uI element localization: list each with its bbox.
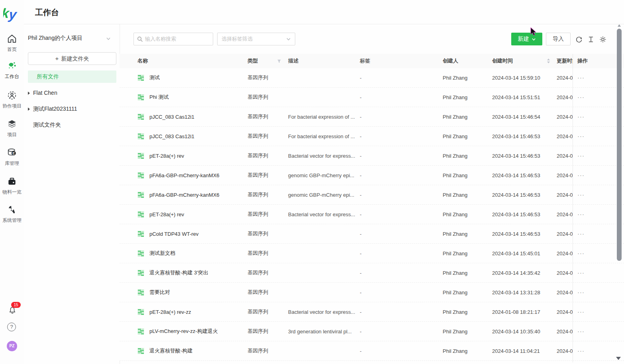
user-avatar[interactable]: PZ [7, 341, 17, 351]
more-actions-button[interactable]: ··· [577, 310, 585, 314]
more-actions-button[interactable]: ··· [577, 232, 585, 236]
file-type: 基因序列 [247, 224, 268, 243]
file-creator: Phil Zhang [443, 88, 467, 107]
file-name[interactable]: pFA6a-GBP-mCherry-kanMX6 [149, 166, 220, 185]
scrollbar-thumb[interactable] [617, 29, 622, 261]
sidebar-item-system[interactable]: 系统管理 [0, 204, 24, 224]
scrollbar-down-arrow[interactable] [616, 357, 621, 360]
project-selector[interactable]: Phil Zhang的个人项目 [28, 35, 116, 43]
more-actions-button[interactable]: ··· [577, 349, 585, 353]
table-row[interactable]: pJCC_083 Cas12i1 基因序列 For bacterial expr… [120, 107, 624, 127]
header-tags[interactable]: 标签 [360, 54, 370, 68]
more-actions-button[interactable]: ··· [577, 115, 585, 119]
more-actions-button[interactable]: ··· [577, 154, 585, 158]
library-icon: E [7, 147, 17, 158]
sequence-file-icon [137, 146, 144, 165]
tag-filter-select[interactable]: 选择标签筛选 [217, 33, 295, 45]
table-row[interactable]: pET-28a(+) rev-zz 基因序列 Bacterial vector … [120, 302, 624, 322]
table-row[interactable]: pET-28a(+) rev 基因序列 Bacterial vector for… [120, 205, 624, 224]
column-settings-icon[interactable] [587, 35, 595, 43]
expand-arrow-icon[interactable] [28, 108, 30, 111]
file-name[interactable]: 测试新文档 [149, 244, 175, 263]
header-description[interactable]: 描述 [288, 54, 357, 68]
sidebar-item-collab-projects[interactable]: 协作项目 [0, 90, 24, 110]
more-actions-button[interactable]: ··· [577, 134, 585, 138]
more-actions-button[interactable]: ··· [577, 193, 585, 197]
file-updated-time: 2024-03 [557, 205, 573, 224]
file-description [288, 244, 357, 263]
folder-label: 测试文件夹 [33, 121, 61, 128]
header-updated[interactable]: 更新时间 [557, 54, 573, 68]
created-sort-icon[interactable] [547, 54, 550, 68]
app-logo[interactable]: k y [3, 5, 22, 22]
sidebar-item-library[interactable]: E 库管理 [0, 147, 24, 167]
import-button[interactable]: 导入 [546, 33, 571, 45]
type-filter-icon[interactable] [277, 54, 282, 68]
table-row[interactable]: pLV-mCherry-rev-zz-构建退火 基因序列 3rd generat… [120, 322, 624, 341]
all-files-item[interactable]: 所有文件 [28, 70, 116, 83]
more-actions-button[interactable]: ··· [577, 173, 585, 177]
file-name[interactable]: pET-28a(+) rev [149, 205, 184, 224]
help-icon[interactable]: ? [7, 323, 16, 331]
more-actions-button[interactable]: ··· [577, 76, 585, 80]
table-row[interactable]: pCold TDP43 WT-rev 基因序列 - Phil Zhang 202… [120, 224, 624, 244]
file-name[interactable]: pLV-mCherry-rev-zz-构建退火 [149, 322, 218, 341]
table-row[interactable]: pET-28a(+) rev 基因序列 Bacterial vector for… [120, 146, 624, 166]
expand-arrow-icon[interactable] [28, 92, 30, 95]
new-folder-button[interactable]: +新建文件夹 [28, 52, 116, 65]
more-actions-button[interactable]: ··· [577, 251, 585, 255]
more-actions-button[interactable]: ··· [577, 271, 585, 275]
files-table: 名称 类型 描述 标签 创建人 创建时间 更新时间 操作 [120, 54, 624, 361]
file-name[interactable]: pET-28a(+) rev-zz [149, 302, 191, 321]
table-row[interactable]: pJCC_083 Cas12i1 基因序列 For bacterial expr… [120, 127, 624, 146]
file-name[interactable]: pET-28a(+) rev [149, 146, 184, 165]
file-updated-time: 2024-03 [557, 283, 573, 302]
file-name[interactable]: pJCC_083 Cas12i1 [149, 127, 194, 146]
folder-item-flat-chen[interactable]: Flat Chen [28, 90, 116, 98]
project-panel: Phil Zhang的个人项目 +新建文件夹 所有文件 Flat Chen 测试… [24, 24, 120, 364]
new-button-label: 新建 [518, 35, 529, 43]
table-row[interactable]: 测试新文档 基因序列 - Phil Zhang 2024-03-14 15:45… [120, 244, 624, 263]
more-actions-button[interactable]: ··· [577, 95, 585, 99]
sequence-file-icon [137, 166, 144, 185]
table-row[interactable]: 退火寡核苷酸-构建 基因序列 - Phil Zhang 2024-03-14 1… [120, 341, 624, 361]
more-actions-button[interactable]: ··· [577, 329, 585, 333]
sidebar-item-workbench[interactable]: 工作台 [0, 61, 24, 80]
file-name[interactable]: Phi 测试 [149, 88, 169, 107]
sidebar-item-materials[interactable]: 物料一览 [0, 176, 24, 196]
header-created[interactable]: 创建时间 [492, 54, 513, 68]
table-row[interactable]: pFA6a-GBP-mCherry-kanMX6 基因序列 genomic GB… [120, 166, 624, 185]
more-actions-button[interactable]: ··· [577, 212, 585, 216]
table-row[interactable]: Phi 测试 基因序列 - Phil Zhang 2024-03-14 15:5… [120, 88, 624, 107]
file-name[interactable]: 需要比对 [149, 283, 170, 302]
table-row[interactable]: 需要比对 基因序列 - Phil Zhang 2024-03-14 13:31:… [120, 283, 624, 302]
file-updated-time: 2024-03 [557, 224, 573, 243]
sidebar-item-home[interactable]: 首页 [0, 33, 24, 53]
folder-item-test-folder[interactable]: 测试文件夹 [28, 121, 116, 130]
more-actions-button[interactable]: ··· [577, 290, 585, 294]
file-name[interactable]: pFA6a-GBP-mCherry-kanMX6 [149, 185, 220, 204]
header-name[interactable]: 名称 [137, 54, 148, 68]
file-type: 基因序列 [247, 322, 268, 341]
file-name[interactable]: pJCC_083 Cas12i1 [149, 107, 194, 126]
folder-item-test-flat[interactable]: 测试Flat20231111 [28, 106, 116, 114]
header-type[interactable]: 类型 [247, 54, 258, 68]
scrollbar-up-arrow[interactable] [618, 24, 621, 27]
file-name[interactable]: 测试 [149, 68, 160, 87]
new-button[interactable]: 新建 [511, 33, 542, 45]
file-creator: Phil Zhang [443, 68, 467, 87]
sidebar-item-projects[interactable]: 项目 [0, 119, 24, 138]
table-row[interactable]: 退火寡核苷酸-构建 3'突出 基因序列 - Phil Zhang 2024-03… [120, 263, 624, 283]
file-tags: - [360, 302, 361, 321]
header-creator[interactable]: 创建人 [443, 54, 458, 68]
refresh-icon[interactable] [575, 35, 583, 43]
table-row[interactable]: 测试 基因序列 - Phil Zhang 2024-03-14 15:59:10… [120, 68, 624, 88]
file-name[interactable]: 退火寡核苷酸-构建 3'突出 [149, 263, 208, 282]
file-name[interactable]: pCold TDP43 WT-rev [149, 224, 198, 243]
file-name[interactable]: 退火寡核苷酸-构建 [149, 341, 192, 360]
sequence-file-icon [137, 302, 144, 321]
gear-icon[interactable] [599, 35, 607, 43]
table-row[interactable]: pFA6a-GBP-mCherry-kanMX6 基因序列 genomic GB… [120, 185, 624, 205]
sidebar-item-label: 库管理 [0, 160, 24, 167]
search-input[interactable]: 输入名称搜索 [133, 33, 213, 45]
